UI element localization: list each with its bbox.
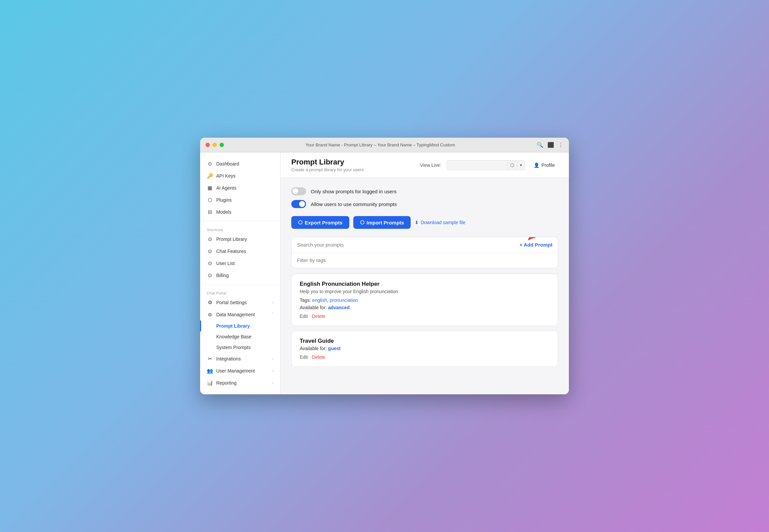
available-for-label-2: Available for: — [300, 346, 327, 351]
prompt-delete-button-1[interactable]: Delete — [312, 314, 325, 319]
sidebar-shortcut-chat-features[interactable]: ⊙ Chat Features — [200, 245, 280, 257]
sidebar-item-api-keys[interactable]: 🔑 API Keys — [200, 170, 280, 182]
import-prompts-button[interactable]: ⬡ Import Prompts — [353, 216, 411, 229]
sidebar-sub-label-knowledge-base: Knowledge Base — [216, 334, 251, 339]
toggle-knob-logged-in — [292, 188, 298, 194]
prompt-available-row-1: Available for: advanced — [300, 305, 550, 310]
sidebar-item-models[interactable]: ⊟ Models — [200, 206, 280, 218]
sidebar-sub-prompt-library[interactable]: Prompt Library — [200, 321, 280, 331]
page-body: Only show prompts for logged in users Al… — [281, 178, 569, 381]
sidebar-item-data-management[interactable]: ⊜ Data Management ˅ — [200, 309, 280, 321]
toggle-community-prompts[interactable] — [291, 200, 306, 208]
sidebar-item-portal-settings[interactable]: ⚙ Portal Settings › — [200, 296, 280, 309]
view-live-dropdown-button[interactable]: ▾ — [517, 161, 525, 170]
search-icon[interactable]: 🔍 — [537, 142, 543, 148]
sidebar-label-api-keys: API Keys — [216, 173, 236, 179]
tags-label: Tags: — [300, 297, 311, 303]
prompt-actions-2: Edit Delete — [300, 354, 550, 360]
prompt-available-val-1: advanced — [328, 305, 350, 310]
share-icon[interactable]: ⬛ — [547, 142, 554, 148]
export-prompts-button[interactable]: ⬡ Export Prompts — [291, 216, 349, 229]
main-content: Prompt Library Create a prompt library f… — [281, 152, 569, 394]
user-list-icon: ⊙ — [207, 260, 213, 266]
app-window: Your Brand Name - Prompt Library – Your … — [200, 138, 569, 394]
search-row: + Add Prompt — [292, 237, 558, 253]
download-icon: ⬇ — [415, 220, 419, 225]
sidebar-sub-system-prompts[interactable]: System Prompts — [200, 342, 280, 353]
models-icon: ⊟ — [207, 209, 213, 215]
svg-line-0 — [534, 237, 551, 237]
sidebar-shortcut-prompt-library[interactable]: ⊙ Prompt Library — [200, 233, 280, 245]
search-area: + Add Prompt — [291, 237, 558, 268]
prompt-card-travel-guide: Travel Guide Available for: guest Edit D… — [291, 331, 558, 367]
portal-settings-arrow: › — [272, 300, 274, 305]
toggle-logged-in-only[interactable] — [291, 187, 306, 195]
sidebar-label-chat-features: Chat Features — [216, 249, 246, 254]
toggle-label-community: Allow users to use community prompts — [311, 201, 397, 207]
dashboard-icon: ⊙ — [207, 161, 213, 167]
sidebar-item-ai-agents[interactable]: ▦ AI Agents — [200, 182, 280, 194]
prompt-actions-1: Edit Delete — [300, 314, 550, 319]
sidebar-label-ai-agents: AI Agents — [216, 185, 236, 191]
sidebar-item-plugins[interactable]: ⬡ Plugins — [200, 194, 280, 206]
sidebar-shortcut-user-list[interactable]: ⊙ User List — [200, 257, 280, 269]
prompt-delete-button-2[interactable]: Delete — [312, 354, 325, 360]
prompt-edit-button-2[interactable]: Edit — [300, 354, 308, 360]
search-input[interactable] — [297, 237, 516, 252]
view-live-open-button[interactable]: ⬡ — [507, 160, 517, 170]
billing-icon: ⊙ — [207, 272, 213, 278]
sidebar-divider-1 — [200, 221, 280, 221]
available-for-label: Available for: — [300, 305, 327, 310]
export-icon: ⬡ — [298, 219, 302, 225]
page-title: Prompt Library — [291, 158, 364, 167]
sidebar-label-prompt-library-shortcut: Prompt Library — [216, 237, 247, 242]
sidebar-label-dashboard: Dashboard — [216, 161, 239, 167]
sidebar-label-reporting: Reporting — [216, 380, 237, 386]
add-prompt-button[interactable]: + Add Prompt — [516, 239, 552, 250]
window-title: Your Brand Name - Prompt Library – Your … — [227, 142, 534, 147]
prompt-desc-1: Help you to improve your English pronunc… — [300, 289, 550, 294]
sidebar-item-reporting[interactable]: 📊 Reporting › — [200, 377, 280, 389]
sidebar-item-user-management[interactable]: 👥 User Management › — [200, 365, 280, 377]
data-management-arrow: ˅ — [272, 312, 274, 317]
prompt-title-1: English Pronunciation Helper — [300, 281, 550, 287]
titlebar: Your Brand Name - Prompt Library – Your … — [200, 138, 569, 152]
view-live-input-wrap: ⬡ ▾ — [447, 160, 525, 170]
prompt-title-2: Travel Guide — [300, 338, 550, 344]
filter-row — [292, 253, 558, 268]
toggle-label-logged-in: Only show prompts for logged in users — [311, 189, 397, 194]
reporting-arrow: › — [272, 381, 274, 385]
close-button[interactable] — [205, 143, 210, 147]
reporting-icon: 📊 — [207, 380, 213, 386]
data-management-icon: ⊜ — [207, 312, 213, 318]
profile-icon: 👤 — [534, 162, 539, 168]
profile-button[interactable]: 👤 Profile — [530, 160, 558, 170]
view-live-input[interactable] — [447, 160, 507, 170]
api-keys-icon: 🔑 — [207, 173, 213, 179]
import-label: Import Prompts — [367, 220, 404, 225]
sidebar-label-billing: Billing — [216, 273, 229, 278]
sidebar-sub-knowledge-base[interactable]: Knowledge Base — [200, 331, 280, 342]
prompt-available-row-2: Available for: guest — [300, 346, 550, 351]
prompt-edit-button-1[interactable]: Edit — [300, 314, 308, 319]
sidebar-sub-label-prompt-library: Prompt Library — [216, 323, 250, 329]
prompt-available-val-2: guest — [328, 346, 341, 351]
sidebar-item-dashboard[interactable]: ⊙ Dashboard — [200, 158, 280, 170]
menu-icon[interactable]: ⋮ — [558, 142, 564, 148]
integrations-arrow: › — [272, 356, 274, 361]
minimize-button[interactable] — [213, 143, 217, 147]
titlebar-icons: 🔍 ⬛ ⋮ — [537, 142, 564, 148]
sidebar-label-models: Models — [216, 209, 231, 215]
profile-label: Profile — [541, 162, 555, 168]
download-sample-button[interactable]: ⬇ Download sample file — [415, 218, 465, 226]
filter-input[interactable] — [297, 257, 552, 263]
add-prompt-label: + Add Prompt — [520, 242, 552, 248]
sidebar-shortcut-billing[interactable]: ⊙ Billing — [200, 269, 280, 281]
sidebar-label-plugins: Plugins — [216, 197, 232, 203]
sidebar-item-integrations[interactable]: ✂ Integrations › — [200, 353, 280, 365]
prompt-card-english-pronunciation: English Pronunciation Helper Help you to… — [291, 274, 558, 326]
shortcuts-label: Shortcuts — [200, 224, 280, 233]
sidebar-divider-2 — [200, 284, 280, 284]
sidebar-label-user-management: User Management — [216, 368, 255, 374]
maximize-button[interactable] — [220, 143, 224, 147]
